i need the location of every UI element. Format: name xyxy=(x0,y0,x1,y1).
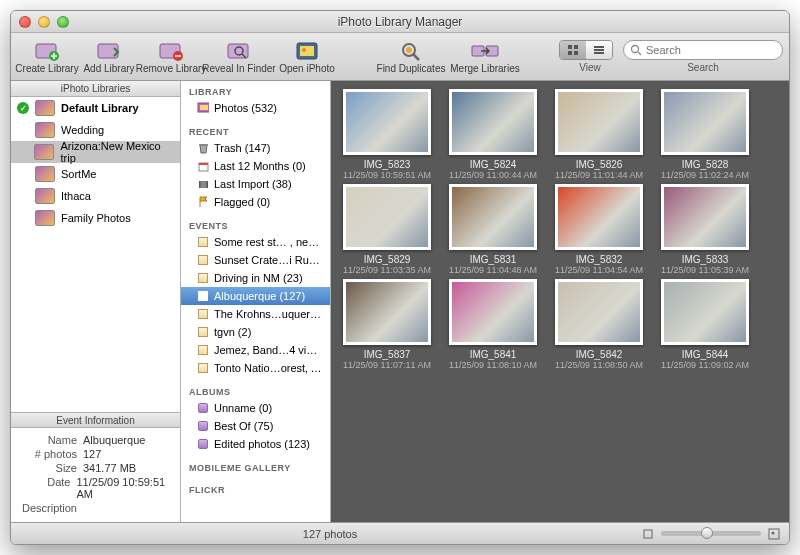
photo-thumb[interactable]: IMG_583111/25/09 11:04:48 AM xyxy=(441,184,545,275)
open-iphoto-button[interactable]: Open iPhoto xyxy=(277,35,337,79)
photo-date: 11/25/09 11:03:35 AM xyxy=(343,265,431,275)
reveal-icon xyxy=(225,39,253,63)
svg-rect-15 xyxy=(574,45,578,49)
source-item[interactable]: Sunset Crate…i Ruins (208) xyxy=(181,251,330,269)
photo-thumb[interactable]: IMG_584111/25/09 11:08:10 AM xyxy=(441,279,545,370)
svg-point-21 xyxy=(632,46,639,53)
create-library-button[interactable]: Create Library xyxy=(17,35,77,79)
ev-icon xyxy=(197,254,209,266)
photo-thumb[interactable]: IMG_582611/25/09 11:01:44 AM xyxy=(547,89,651,180)
section-header: FLICKR xyxy=(181,483,330,497)
library-row[interactable]: Family Photos xyxy=(11,207,180,229)
thumb-size-small-icon[interactable] xyxy=(641,527,655,541)
library-row[interactable]: Arizona:New Mexico trip xyxy=(11,141,180,163)
view-grid-button[interactable] xyxy=(560,41,586,59)
svg-point-32 xyxy=(772,531,775,534)
photo-name: IMG_5826 xyxy=(576,159,623,170)
photo-image xyxy=(555,89,643,155)
source-item-label: Photos (532) xyxy=(214,102,277,114)
remove-library-button[interactable]: Remove Library xyxy=(141,35,201,79)
photo-image xyxy=(661,184,749,250)
info-key: Name xyxy=(19,434,77,446)
photo-image xyxy=(555,184,643,250)
merge-libraries-button[interactable]: Merge Libraries xyxy=(449,35,521,79)
source-item[interactable]: Jemez, Band…4 views (116) xyxy=(181,341,330,359)
cal-icon xyxy=(197,160,209,172)
source-item[interactable]: Edited photos (123) xyxy=(181,435,330,453)
source-item[interactable]: Photos (532) xyxy=(181,99,330,117)
photo-image xyxy=(343,184,431,250)
source-item[interactable]: Unname (0) xyxy=(181,399,330,417)
source-item[interactable]: Some rest st… , near AZ (7) xyxy=(181,233,330,251)
photo-thumb[interactable]: IMG_582911/25/09 11:03:35 AM xyxy=(335,184,439,275)
view-list-button[interactable] xyxy=(586,41,612,59)
toolbar-label: Add Library xyxy=(83,63,134,74)
thumb-size-large-icon[interactable] xyxy=(767,527,781,541)
photo-date: 11/25/09 11:07:11 AM xyxy=(343,360,431,370)
libraries-list: ✓Default LibraryWeddingArizona:New Mexic… xyxy=(11,97,180,229)
status-bar: 127 photos xyxy=(11,522,789,544)
photo-thumb[interactable]: IMG_583211/25/09 11:04:54 AM xyxy=(547,184,651,275)
source-item[interactable]: tgvn (2) xyxy=(181,323,330,341)
photo-thumb[interactable]: IMG_583311/25/09 11:05:39 AM xyxy=(653,184,757,275)
window-title: iPhoto Library Manager xyxy=(11,15,789,29)
photo-name: IMG_5841 xyxy=(470,349,517,360)
info-value: 341.77 MB xyxy=(83,462,136,474)
source-item-label: Albuquerque (127) xyxy=(214,290,305,302)
library-icon xyxy=(35,166,55,182)
event-info-panel: NameAlbuquerque # photos127 Size341.77 M… xyxy=(11,428,180,522)
find-duplicates-button[interactable]: Find Duplicates xyxy=(375,35,447,79)
photo-thumb[interactable]: IMG_582311/25/09 10:59:51 AM xyxy=(335,89,439,180)
info-key: Description xyxy=(19,502,77,514)
source-item[interactable]: Last 12 Months (0) xyxy=(181,157,330,175)
main-body: iPhoto Libraries ✓Default LibraryWedding… xyxy=(11,81,789,522)
photo-thumb[interactable]: IMG_584211/25/09 11:08:50 AM xyxy=(547,279,651,370)
source-item[interactable]: Tonto Natio…orest, Az (38) xyxy=(181,359,330,377)
section-header: RECENT xyxy=(181,125,330,139)
source-item[interactable]: Best Of (75) xyxy=(181,417,330,435)
library-row[interactable]: ✓Default Library xyxy=(11,97,180,119)
photo-grid[interactable]: IMG_582311/25/09 10:59:51 AMIMG_582411/2… xyxy=(331,81,789,522)
photo-name: IMG_5823 xyxy=(364,159,411,170)
search-label: Search xyxy=(623,62,783,73)
add-library-button[interactable]: Add Library xyxy=(79,35,139,79)
app-window: iPhoto Library Manager Create Library Ad… xyxy=(10,10,790,545)
check-icon: ✓ xyxy=(17,102,29,114)
reveal-in-finder-button[interactable]: Reveal In Finder xyxy=(203,35,275,79)
source-item[interactable]: Albuquerque (127) xyxy=(181,287,330,305)
source-item[interactable]: Driving in NM (23) xyxy=(181,269,330,287)
photo-thumb[interactable]: IMG_582411/25/09 11:00:44 AM xyxy=(441,89,545,180)
al-icon xyxy=(197,438,209,450)
photo-thumb[interactable]: IMG_584411/25/09 11:09:02 AM xyxy=(653,279,757,370)
svg-rect-29 xyxy=(206,181,208,188)
source-item[interactable]: Trash (147) xyxy=(181,139,330,157)
source-item[interactable]: Flagged (0) xyxy=(181,193,330,211)
search-field-wrap[interactable] xyxy=(623,40,783,60)
info-key: # photos xyxy=(19,448,77,460)
thumb-size-slider[interactable] xyxy=(661,531,761,536)
source-item-label: Some rest st… , near AZ (7) xyxy=(214,236,322,248)
remove-library-icon xyxy=(157,39,185,63)
info-value: 127 xyxy=(83,448,101,460)
photo-name: IMG_5842 xyxy=(576,349,623,360)
photo-name: IMG_5832 xyxy=(576,254,623,265)
source-item-label: Sunset Crate…i Ruins (208) xyxy=(214,254,322,266)
search-icon xyxy=(630,44,642,56)
flag-icon xyxy=(197,196,209,208)
svg-rect-14 xyxy=(568,45,572,49)
photo-thumb[interactable]: IMG_583711/25/09 11:07:11 AM xyxy=(335,279,439,370)
library-row[interactable]: Ithaca xyxy=(11,185,180,207)
search-input[interactable] xyxy=(646,44,776,56)
svg-rect-26 xyxy=(199,163,208,165)
merge-icon xyxy=(471,39,499,63)
view-label: View xyxy=(560,62,620,73)
library-row[interactable]: Wedding xyxy=(11,119,180,141)
photos-icon xyxy=(197,102,209,114)
slider-knob[interactable] xyxy=(701,527,713,539)
source-item[interactable]: The Krohns…uquerque (11) xyxy=(181,305,330,323)
photo-thumb[interactable]: IMG_582811/25/09 11:02:24 AM xyxy=(653,89,757,180)
source-item-label: Flagged (0) xyxy=(214,196,270,208)
photo-name: IMG_5837 xyxy=(364,349,411,360)
source-item[interactable]: Last Import (38) xyxy=(181,175,330,193)
library-row[interactable]: SortMe xyxy=(11,163,180,185)
